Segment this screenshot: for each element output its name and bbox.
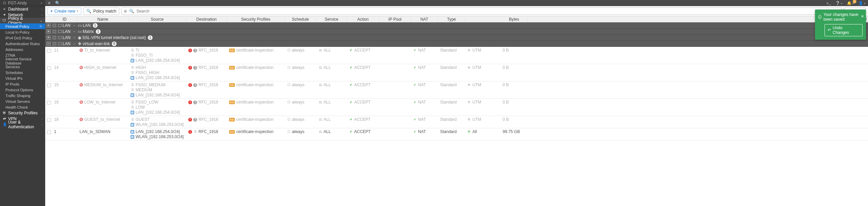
object-chip[interactable]: ⛨UTM [467, 100, 499, 105]
expand-icon[interactable]: + [47, 23, 51, 27]
expand-icon[interactable]: + [47, 36, 51, 40]
object-chip[interactable]: ▦LAN_[192.168.254.0/24] [131, 110, 184, 115]
policy-row[interactable]: 1 LAN_to_SDWAN ▦LAN_[192.168.254.0/24]▦W… [45, 128, 868, 141]
sidebar-sub-traffic-shaping[interactable]: Traffic Shaping [0, 93, 45, 98]
object-chip[interactable]: ✔NAT [413, 129, 436, 134]
search-input[interactable] [136, 9, 832, 14]
policy-match-button[interactable]: 🔍 Policy match [83, 7, 119, 15]
group-checkbox[interactable] [53, 30, 56, 33]
col-source[interactable]: Source [128, 17, 186, 22]
sidebar-sub-firewall-policy[interactable]: Firewall Policy [0, 23, 45, 29]
object-chip[interactable]: ✔NAT [413, 48, 436, 53]
row-checkbox[interactable] [47, 49, 51, 53]
object-chip[interactable]: !☰RFC_1918 [188, 48, 225, 53]
object-chip[interactable]: ☰FSSO_MEDIUM [131, 82, 184, 87]
object-chip[interactable]: ▦WLAN_[192.168.253.0/24] [131, 134, 184, 139]
sidebar-item-user-authentication[interactable]: 👤User & Authentication› [0, 121, 45, 127]
object-chip[interactable]: ⛨All [467, 129, 499, 134]
object-chip[interactable]: !☰RFC_1918 [188, 65, 225, 70]
object-chip[interactable]: ▦LAN_[192.168.254.0/24] [131, 58, 184, 63]
notifications-icon[interactable]: 🔔1▾ [847, 1, 854, 5]
row-checkbox[interactable] [47, 66, 51, 70]
policy-row[interactable]: 14 HIGH_to_Internet ☰HIGH☰FSSO_HIGH▦LAN_… [45, 64, 868, 81]
object-chip[interactable]: ☐always [287, 129, 314, 134]
sidebar-sub-health-check[interactable]: Health Check [0, 104, 45, 110]
object-chip[interactable]: ☐always [287, 65, 314, 70]
create-new-button[interactable]: + Create new ▾ [47, 7, 81, 15]
sidebar-item-security-profiles[interactable]: ⛨Security Profiles› [0, 110, 45, 116]
object-chip[interactable]: ☰HIGH [131, 65, 184, 70]
object-chip[interactable]: ☰LOW [131, 105, 184, 110]
object-chip[interactable]: ☐always [287, 82, 314, 87]
col-service[interactable]: Service [316, 17, 347, 22]
row-checkbox[interactable] [47, 130, 51, 134]
sidebar-sub-protocol-options[interactable]: Protocol Options [0, 87, 45, 93]
object-chip[interactable]: ☰FSSO_LOW [131, 100, 184, 105]
object-chip[interactable]: ⛨UTM [467, 117, 499, 122]
object-chip[interactable]: ✔NAT [413, 117, 436, 122]
sidebar-sub-schedules[interactable]: Schedules [0, 70, 45, 75]
object-chip[interactable]: ✔NAT [413, 65, 436, 70]
group-checkbox[interactable] [53, 36, 56, 39]
object-chip[interactable]: SSLcertificate-inspection [229, 82, 283, 87]
row-checkbox[interactable] [47, 118, 51, 122]
object-chip[interactable]: ⊡ALL [318, 65, 345, 70]
object-chip[interactable]: ⊡ALL [318, 48, 345, 53]
policy-group[interactable]: + LAN → ◉ SSL-VPN tunnel interface (ssl.… [45, 35, 868, 41]
object-chip[interactable]: ☐always [287, 100, 314, 105]
object-chip[interactable]: SSLcertificate-inspection [229, 117, 283, 122]
col-id[interactable]: ID [52, 17, 77, 22]
object-chip[interactable]: ⊡ALL [318, 129, 345, 134]
object-chip[interactable]: SSLcertificate-inspection [229, 129, 283, 134]
sidebar-sub-ip-pools[interactable]: IP Pools [0, 81, 45, 87]
object-chip[interactable]: !☰RFC_1918 [188, 117, 225, 122]
sidebar-item-policy-objects[interactable]: 🛡Policy & Objects⌄ [0, 18, 45, 23]
row-checkbox[interactable] [47, 101, 51, 105]
object-chip[interactable]: ☐always [287, 48, 314, 53]
cli-console-icon[interactable]: >_ [826, 1, 831, 5]
group-checkbox[interactable] [53, 42, 56, 45]
object-chip[interactable]: ☰FSSO_TI [131, 53, 184, 58]
chevron-down-icon[interactable]: ▾ [41, 1, 42, 5]
policy-row[interactable]: 16 LOW_to_Internet ☰FSSO_LOW☰LOW▦LAN_[19… [45, 99, 868, 116]
object-chip[interactable]: ☰MEDIUM [131, 88, 184, 92]
sidebar-sub-virtual-ips[interactable]: Virtual IPs [0, 75, 45, 81]
object-chip[interactable]: !☰RFC_1918 [188, 100, 225, 105]
row-checkbox[interactable] [47, 83, 51, 87]
policy-group[interactable]: + LAN → ▭ LAN 1 [45, 22, 868, 29]
search-box[interactable]: ⊕ 🔍 🔍▾ [121, 7, 842, 15]
object-chip[interactable]: ▦LAN_[192.168.254.0/24] [131, 93, 184, 97]
object-chip[interactable]: ☐always [287, 117, 314, 122]
global-search-icon[interactable]: 🔍 [55, 1, 60, 5]
sidebar-sub-authentication-rules[interactable]: Authentication Rules [0, 41, 45, 46]
group-checkbox[interactable] [53, 24, 56, 27]
help-icon[interactable]: ❔▾ [835, 1, 842, 5]
collapse-icon[interactable]: − [47, 42, 51, 46]
expand-icon[interactable]: + [47, 30, 51, 34]
object-chip[interactable]: ⊡ALL [318, 117, 345, 122]
col-name[interactable]: Name [77, 17, 128, 22]
col-security[interactable]: Security Profiles [227, 17, 285, 22]
object-chip[interactable]: ▦LAN_[192.168.254.0/24] [131, 129, 184, 134]
col-action[interactable]: Action [347, 17, 379, 22]
policy-row[interactable]: 15 MEDIUM_to_Internet ☰FSSO_MEDIUM☰MEDIU… [45, 81, 868, 99]
object-chip[interactable]: ☰GUEST [131, 117, 184, 122]
object-chip[interactable]: ✔ACCEPT [349, 117, 377, 122]
object-chip[interactable]: ⛨UTM [467, 48, 499, 53]
sidebar-sub-local-in-policy[interactable]: Local In Policy [0, 29, 45, 35]
col-bytes[interactable]: Bytes [501, 17, 528, 22]
toast-close-icon[interactable]: ✕ [861, 14, 864, 19]
object-chip[interactable]: ✔ACCEPT [349, 65, 377, 70]
col-type[interactable]: Type [438, 17, 465, 22]
sidebar-sub-addresses[interactable]: Addresses [0, 46, 45, 52]
object-chip[interactable]: ▦WLAN_[192.168.253.0/24] [131, 122, 184, 127]
policy-group[interactable]: − LAN → ❖ virtual-wan-link 6 [45, 41, 868, 47]
object-chip[interactable]: SSLcertificate-inspection [229, 65, 283, 70]
object-chip[interactable]: ✔NAT [413, 82, 436, 87]
col-destination[interactable]: Destination [186, 17, 227, 22]
object-chip[interactable]: ☰TI [131, 48, 184, 53]
col-schedule[interactable]: Schedule [285, 17, 316, 22]
object-chip[interactable]: ⛨UTM [467, 65, 499, 70]
object-chip[interactable]: ✔ACCEPT [349, 100, 377, 105]
object-chip[interactable]: ✔ACCEPT [349, 129, 377, 134]
